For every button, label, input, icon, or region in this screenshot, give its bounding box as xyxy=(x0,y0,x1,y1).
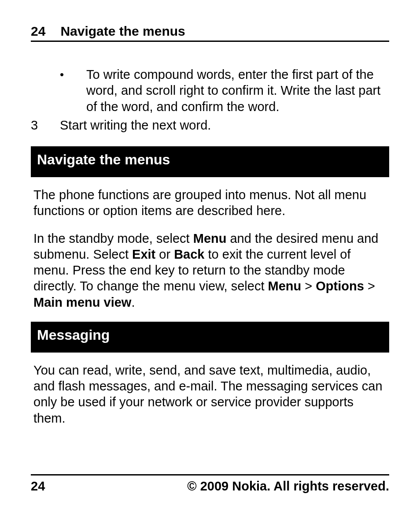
step-number: 3 xyxy=(31,117,60,133)
header-page-number: 24 xyxy=(31,24,45,39)
bullet-icon: • xyxy=(60,67,86,115)
page-footer: 24 © 2009 Nokia. All rights reserved. xyxy=(31,474,389,494)
section-heading-messaging: Messaging xyxy=(31,322,389,353)
text-run: > xyxy=(301,279,316,293)
navigate-paragraph-1: The phone functions are grouped into men… xyxy=(31,187,389,219)
bullet-text: To write compound words, enter the first… xyxy=(86,67,389,115)
manual-page: 24 Navigate the menus • To write compoun… xyxy=(0,0,420,520)
footer-copyright: © 2009 Nokia. All rights reserved. xyxy=(187,479,389,494)
bold-menu: Menu xyxy=(193,231,227,245)
navigate-paragraph-2: In the standby mode, select Menu and the… xyxy=(31,230,389,310)
step-text: Start writing the next word. xyxy=(60,117,389,133)
text-run: In the standby mode, select xyxy=(33,231,193,245)
page-content: • To write compound words, enter the fir… xyxy=(31,42,389,426)
footer-page-number: 24 xyxy=(31,479,45,494)
page-header: 24 Navigate the menus xyxy=(31,24,389,42)
section-heading-navigate: Navigate the menus xyxy=(31,146,389,177)
bullet-indent xyxy=(31,67,60,115)
messaging-paragraph-1: You can read, write, send, and save text… xyxy=(31,362,389,426)
bullet-item: • To write compound words, enter the fir… xyxy=(31,67,389,115)
text-run: > xyxy=(364,279,375,293)
text-run: . xyxy=(131,295,135,309)
header-title: Navigate the menus xyxy=(60,24,185,39)
numbered-step-3: 3 Start writing the next word. xyxy=(31,117,389,133)
bold-back: Back xyxy=(174,247,204,261)
bold-options: Options xyxy=(316,279,364,293)
bold-main-menu-view: Main menu view xyxy=(33,295,131,309)
bold-menu: Menu xyxy=(268,279,302,293)
bold-exit: Exit xyxy=(132,247,155,261)
text-run: or xyxy=(155,247,174,261)
